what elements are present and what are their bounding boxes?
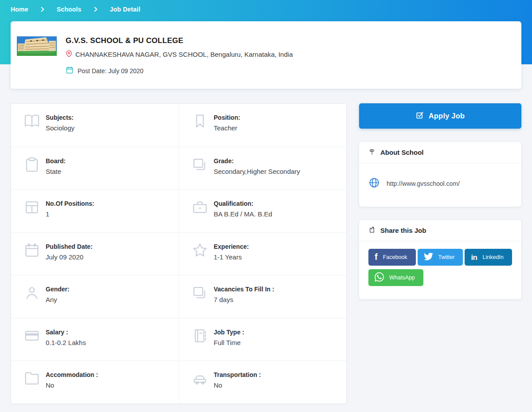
- detail-value: Full Time: [214, 339, 244, 346]
- credit-card-icon: [24, 328, 40, 344]
- detail-value: State: [46, 168, 66, 175]
- journal-icon: [192, 328, 208, 344]
- detail-experience: Experience:1-1 Years: [179, 232, 346, 275]
- globe-icon: [368, 177, 380, 190]
- sidebar: Apply Job About School http://www.gvssch…: [359, 103, 521, 404]
- share-button-label: Twitter: [438, 254, 455, 260]
- chevron-right-icon: [94, 7, 98, 12]
- star-icon: [192, 242, 208, 258]
- detail-transportation: Transportation :No: [179, 361, 346, 404]
- facebook-icon: f: [375, 252, 378, 261]
- twitter-icon: [424, 252, 433, 263]
- checkbox-check-icon: [416, 111, 424, 121]
- detail-value: No: [46, 381, 98, 389]
- breadcrumb-job-detail: Job Detail: [110, 6, 141, 13]
- chevron-right-icon: [41, 7, 44, 12]
- share-facebook-button[interactable]: f Facebook: [368, 249, 416, 266]
- detail-value: July 09 2020: [46, 253, 93, 261]
- calendar-icon: [66, 66, 74, 75]
- detail-value: No: [214, 381, 261, 389]
- breadcrumb-home[interactable]: Home: [11, 6, 28, 13]
- detail-value: Sociology: [46, 124, 74, 132]
- school-photo: [17, 36, 57, 56]
- detail-value: Teacher: [214, 124, 240, 132]
- school-location: CHANNAKESHAVA NAGAR, GVS SCHOOL, Bengalu…: [75, 51, 293, 58]
- apply-job-button[interactable]: Apply Job: [359, 103, 521, 129]
- detail-label: Board:: [46, 157, 66, 165]
- detail-positions-count: No.Of Positions:1: [11, 189, 179, 232]
- detail-value: 7 days: [214, 296, 274, 303]
- layout-icon: [24, 199, 40, 215]
- breadcrumb: Home Schools Job Detail: [11, 6, 140, 13]
- bookmark-icon: [192, 113, 208, 129]
- linkedin-icon: in: [471, 254, 477, 261]
- detail-published-date: Published Date:July 09 2020: [11, 232, 179, 275]
- detail-label: No.Of Positions:: [46, 200, 94, 207]
- detail-label: Qualification:: [214, 200, 272, 207]
- share-icon: [368, 226, 376, 235]
- share-button-label: WhatsApp: [389, 275, 415, 281]
- detail-label: Experience:: [214, 243, 249, 250]
- briefcase-icon: [192, 199, 208, 215]
- apply-job-label: Apply Job: [429, 112, 465, 120]
- detail-grade: Grade:Secondary,Higher Secondary: [179, 147, 346, 190]
- detail-label: Accommodation :: [46, 371, 98, 378]
- detail-value: Any: [46, 296, 70, 303]
- detail-gender: Gender:Any: [11, 275, 179, 318]
- detail-subjects: Subjects:Sociology: [11, 104, 179, 147]
- share-button-label: Facebook: [383, 254, 407, 260]
- copy-icon: [192, 157, 208, 173]
- share-linkedin-button[interactable]: in LinkedIn: [465, 249, 512, 266]
- about-school-title: About School: [380, 149, 424, 156]
- detail-label: Published Date:: [46, 243, 93, 250]
- detail-label: Gender:: [46, 286, 70, 293]
- book-open-icon: [24, 113, 40, 129]
- detail-label: Position:: [214, 114, 240, 121]
- user-icon: [24, 285, 40, 301]
- school-header-card: G.V.S. SCHOOL & PU COLLEGE CHANNAKESHAVA…: [11, 21, 521, 89]
- share-job-card: Share this Job f Facebook Twitter in Lin…: [359, 220, 521, 299]
- detail-label: Salary :: [46, 329, 86, 336]
- about-school-card: About School http://www.gvsschool.com/: [359, 142, 521, 207]
- car-icon: [192, 370, 208, 386]
- detail-label: Transportation :: [214, 371, 261, 378]
- share-job-title: Share this Job: [380, 227, 426, 234]
- post-date: Post Date: July 09 2020: [78, 67, 144, 75]
- detail-label: Job Type :: [214, 329, 244, 336]
- share-whatsapp-button[interactable]: WhatsApp: [368, 269, 423, 286]
- detail-value: BA B.Ed / MA. B.Ed: [214, 210, 272, 218]
- location-pin-icon: [66, 50, 72, 59]
- detail-position: Position:Teacher: [179, 104, 346, 147]
- page-title: G.V.S. SCHOOL & PU COLLEGE: [66, 36, 293, 45]
- detail-accommodation: Accommodation :No: [11, 361, 179, 404]
- detail-qualification: Qualification:BA B.Ed / MA. B.Ed: [179, 189, 346, 232]
- detail-board: Board:State: [11, 147, 179, 190]
- clipboard-icon: [24, 157, 40, 173]
- detail-salary: Salary :0.1-0.2 Lakhs: [11, 318, 179, 361]
- share-button-label: LinkedIn: [483, 254, 504, 260]
- detail-job-type: Job Type :Full Time: [179, 318, 346, 361]
- calendar-icon: [24, 242, 40, 258]
- copy-icon: [192, 285, 208, 301]
- detail-value: 1-1 Years: [214, 253, 249, 261]
- detail-label: Subjects:: [46, 114, 74, 121]
- job-details-card: Subjects:Sociology Position:Teacher Boar…: [11, 103, 347, 404]
- detail-value: 1: [46, 210, 94, 218]
- folder-icon: [24, 370, 40, 386]
- share-twitter-button[interactable]: Twitter: [418, 249, 463, 266]
- detail-label: Grade:: [214, 157, 300, 165]
- school-website-link[interactable]: http://www.gvsschool.com/: [387, 180, 460, 187]
- detail-value: Secondary,Higher Secondary: [214, 168, 300, 175]
- breadcrumb-schools[interactable]: Schools: [57, 6, 82, 13]
- detail-vacancies: Vacancies To Fill In :7 days: [179, 275, 346, 318]
- signpost-icon: [368, 148, 376, 157]
- detail-label: Vacancies To Fill In :: [214, 286, 274, 293]
- detail-value: 0.1-0.2 Lakhs: [46, 339, 86, 346]
- whatsapp-icon: [375, 272, 384, 283]
